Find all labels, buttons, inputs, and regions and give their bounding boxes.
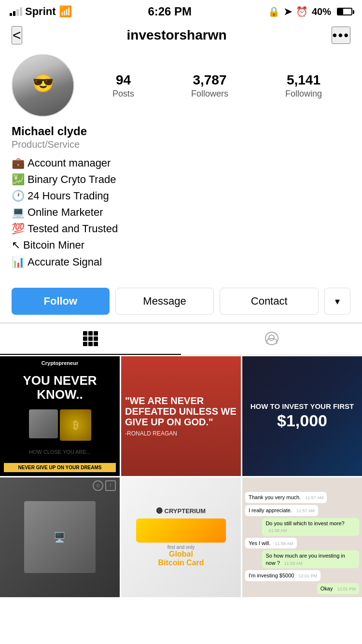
contact-button[interactable]: Contact — [220, 288, 319, 315]
following-stat: 5,141 Following — [285, 72, 322, 99]
chat-bubble-7: Okay 12:01 PM — [317, 583, 359, 594]
account-type: Product/Service — [12, 139, 350, 150]
post5-title: Global — [169, 550, 193, 559]
chat-time-4: 11:59 AM — [275, 541, 293, 546]
post3-amount: $1,000 — [277, 411, 327, 430]
post5-subtitle: first and only — [167, 545, 195, 550]
nav-title: investorsharwn — [127, 28, 227, 43]
avatar — [12, 54, 74, 117]
bio-line-3: 🕐 24 Hours Trading — [12, 188, 350, 204]
bio-section: Michael clyde Product/Service 💼 Account … — [12, 125, 350, 270]
grid-icon — [83, 331, 98, 346]
post2-author: -RONALD REAGAN — [125, 430, 237, 437]
battery-percent: 40% — [312, 6, 331, 17]
status-right: 🔒 ➤ ⏰ 40% — [268, 6, 352, 17]
post1-brand: Cryptopreneur — [4, 360, 116, 366]
back-button[interactable]: < — [12, 26, 22, 44]
followers-label: Followers — [191, 89, 228, 99]
bio-line-7: 📊 Accurate Signal — [12, 254, 350, 270]
tagged-icon — [265, 332, 278, 345]
status-bar: Sprint 📶 6:26 PM 🔒 ➤ ⏰ 40% — [0, 0, 362, 21]
post3-top: HOW TO INVEST YOUR FIRST — [251, 402, 354, 411]
tab-tagged[interactable] — [181, 323, 362, 355]
chat-time-1: 11:57 AM — [305, 495, 323, 500]
posts-label: Posts — [112, 89, 134, 99]
post1-title: YOU NEVER KNOW.. — [4, 374, 116, 401]
chat-bubble-5: So how much are you investing in now ? 1… — [262, 550, 359, 568]
chat-text-6: I'm investing $5000 — [249, 573, 294, 578]
bio-line-4: 💻 Online Marketer — [12, 204, 350, 221]
post-cell-6[interactable]: Thank you very much. 11:57 AM I really a… — [242, 477, 362, 597]
post-5: 🅒 CRYPTERIUM first and only Global Bitco… — [121, 477, 241, 597]
chat-bubble-1: Thank you very much. 11:57 AM — [245, 492, 327, 503]
chat-text-4: Yes I will. — [249, 540, 270, 546]
display-name: Michael clyde — [12, 125, 350, 138]
chat-text-1: Thank you very much. — [249, 494, 301, 500]
post-cell-3[interactable]: HOW TO INVEST YOUR FIRST $1,000 — [242, 356, 362, 476]
message-button[interactable]: Message — [115, 288, 214, 315]
post4-icons: ⊙ I — [93, 480, 116, 491]
tab-grid[interactable] — [0, 323, 181, 355]
chat-bubble-6: I'm investing $5000 12:01 PM — [245, 570, 320, 581]
post-cell-2[interactable]: "WE ARE NEVER DEFEATED UNLESS WE GIVE UP… — [121, 356, 241, 476]
profile-top: 94 Posts 3,787 Followers 5,141 Following — [12, 54, 350, 117]
bio-text-4: Online Marketer — [28, 204, 103, 221]
post-3: HOW TO INVEST YOUR FIRST $1,000 — [242, 356, 362, 476]
chat-time-6: 12:01 PM — [299, 574, 318, 578]
post5-card — [136, 518, 226, 543]
photo-grid: Cryptopreneur YOU NEVER KNOW.. ₿ HOW CLO… — [0, 356, 362, 597]
bio-text-5: Tested and Trusted — [28, 221, 118, 237]
bio-line-2: 💹 Binary Cryto Trade — [12, 171, 350, 188]
follow-button[interactable]: Follow — [12, 288, 110, 315]
chat-bubble-3: Do you still which to invest more? 11:58… — [262, 518, 359, 536]
post-6: Thank you very much. 11:57 AM I really a… — [242, 477, 362, 597]
profile-section: 94 Posts 3,787 Followers 5,141 Following… — [0, 49, 362, 278]
post-2: "WE ARE NEVER DEFEATED UNLESS WE GIVE UP… — [121, 356, 241, 476]
carrier-label: Sprint — [25, 5, 56, 18]
bio-line-1: 💼 Account manager — [12, 155, 350, 171]
post2-quote: "WE ARE NEVER DEFEATED UNLESS WE GIVE UP… — [125, 395, 237, 427]
more-button[interactable]: ▾ — [324, 288, 350, 315]
bio-text-2: Binary Cryto Trade — [28, 171, 116, 188]
hundred-emoji: 💯 — [12, 221, 25, 237]
post5-subtitle2: Bitcoin Card — [158, 559, 204, 567]
chat-time-3: 11:58 AM — [268, 528, 287, 533]
post-cell-1[interactable]: Cryptopreneur YOU NEVER KNOW.. ₿ HOW CLO… — [0, 356, 120, 476]
posts-stat: 94 Posts — [112, 72, 134, 99]
post-4: 🖥️ ⊙ I — [0, 477, 120, 597]
post1-bottom: NEVER GIVE UP ON YOUR DREAMS — [4, 463, 116, 472]
post1-illustration-left — [29, 409, 58, 438]
bio-line-5: 💯 Tested and Trusted — [12, 221, 350, 237]
following-count: 5,141 — [287, 72, 320, 88]
arrow-emoji: ↖ — [12, 237, 20, 253]
post1-illustration-right: ₿ — [60, 409, 91, 441]
more-options-button[interactable]: ••• — [332, 27, 350, 44]
status-left: Sprint 📶 — [10, 5, 72, 18]
signal-bars — [10, 7, 22, 16]
bio-text-1: Account manager — [28, 155, 111, 171]
chat-text-3: Do you still which to invest more? — [265, 520, 344, 526]
post4-machine: 🖥️ — [24, 501, 96, 573]
chat-time-2: 11:57 AM — [296, 508, 315, 513]
wifi-icon: 📶 — [59, 5, 72, 18]
tab-bar — [0, 323, 362, 355]
laptop-emoji: 💻 — [12, 204, 25, 221]
lock-icon: 🔒 — [268, 6, 280, 17]
alarm-icon: ⏰ — [296, 6, 308, 17]
chat-time-5: 11:59 AM — [284, 561, 303, 566]
bio-text-3: 24 Hours Trading — [28, 188, 109, 204]
chat-text-5: So how much are you investing in now ? — [265, 553, 345, 565]
following-label: Following — [285, 89, 322, 99]
followers-stat: 3,787 Followers — [191, 72, 228, 99]
chat-bubble-2: I really appreciate. 11:57 AM — [245, 505, 318, 516]
chart-emoji: 💹 — [12, 171, 25, 188]
post-cell-4[interactable]: 🖥️ ⊙ I — [0, 477, 120, 597]
post1-caption: HOW CLOSE YOU ARE... — [4, 449, 116, 455]
bio-line-6: ↖ Bitcoin Miner — [12, 237, 350, 253]
battery-icon — [337, 8, 352, 15]
briefcase-emoji: 💼 — [12, 155, 25, 171]
chat-bubble-4: Yes I will. 11:59 AM — [245, 538, 297, 549]
post-cell-5[interactable]: 🅒 CRYPTERIUM first and only Global Bitco… — [121, 477, 241, 597]
clock-emoji: 🕐 — [12, 188, 25, 204]
chat-text-2: I really appreciate. — [249, 507, 292, 513]
